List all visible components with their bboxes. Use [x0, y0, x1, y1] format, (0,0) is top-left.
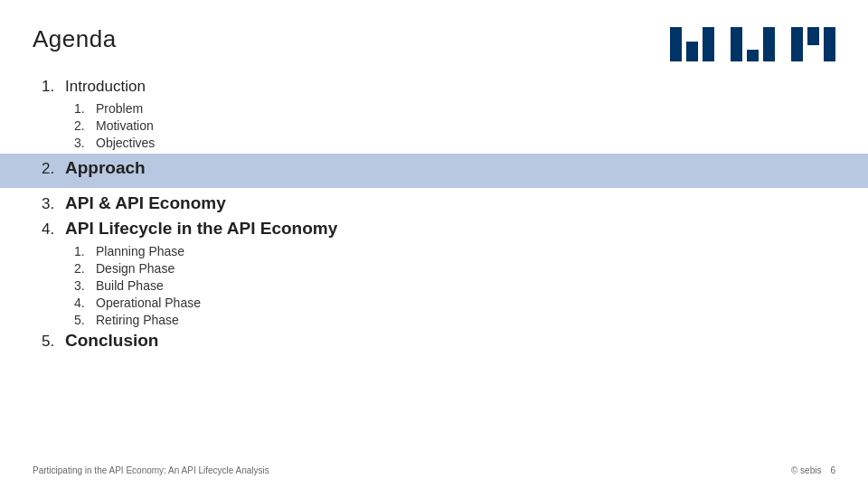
agenda-item-1: 1. Introduction 1. Problem 2. Motivation… — [42, 78, 835, 150]
slide-title: Agenda — [33, 25, 117, 53]
item-1-number: 1. — [42, 78, 60, 96]
item-4-label: API Lifecycle in the API Economy — [65, 219, 337, 239]
item-1-subitems: 1. Problem 2. Motivation 3. Objectives — [74, 101, 835, 150]
item-2-label: Approach — [65, 158, 146, 178]
sub-item-1-2-number: 2. — [74, 118, 90, 133]
item-3-number: 3. — [42, 195, 60, 213]
item-5-number: 5. — [42, 333, 60, 351]
agenda-item-3: 3. API & API Economy — [42, 193, 835, 213]
slide-header: Agenda — [33, 25, 835, 61]
item-4-number: 4. — [42, 221, 60, 239]
item-4-subitems: 1. Planning Phase 2. Design Phase 3. Bui… — [74, 244, 835, 327]
sub-item-1-1: 1. Problem — [74, 101, 835, 116]
slide: Agenda 1. Introduction — [0, 0, 868, 488]
sub-item-1-3: 3. Objectives — [74, 136, 835, 150]
item-1-label: Introduction — [65, 78, 146, 96]
tum-logo-bar3 — [703, 27, 714, 61]
sub-item-4-3: 3. Build Phase — [74, 278, 835, 293]
agenda-item-4: 4. API Lifecycle in the API Economy 1. P… — [42, 219, 835, 327]
tum-logo-bar4 — [731, 27, 742, 61]
tum-logo-bar7 — [791, 27, 803, 61]
sub-item-4-5: 5. Retiring Phase — [74, 313, 835, 327]
item-2-number: 2. — [42, 160, 60, 178]
agenda-item-2-highlighted: 2. Approach — [0, 154, 868, 188]
sub-item-4-5-label: Retiring Phase — [96, 313, 179, 327]
sub-item-4-4: 4. Operational Phase — [74, 296, 835, 310]
sub-item-4-2-label: Design Phase — [96, 261, 175, 276]
slide-footer: Participating in the API Economy: An API… — [33, 465, 835, 475]
sub-item-4-3-label: Build Phase — [96, 278, 164, 293]
sub-item-1-2-label: Motivation — [96, 118, 154, 133]
sub-item-1-1-number: 1. — [74, 101, 90, 116]
footer-citation: Participating in the API Economy: An API… — [33, 465, 269, 475]
footer-page: 6 — [830, 465, 835, 475]
tum-logo-bar9 — [824, 27, 835, 61]
agenda-content: 1. Introduction 1. Problem 2. Motivation… — [33, 78, 835, 351]
sub-item-4-1-label: Planning Phase — [96, 244, 184, 258]
footer-author: © sebis — [791, 465, 822, 475]
tum-logo — [670, 27, 835, 61]
item-5-label: Conclusion — [65, 331, 158, 351]
sub-item-4-2: 2. Design Phase — [74, 261, 835, 276]
sub-item-1-2: 2. Motivation — [74, 118, 835, 133]
tum-logo-bar2 — [686, 42, 698, 61]
tum-logo-bar1 — [670, 27, 682, 61]
sub-item-1-3-number: 3. — [74, 136, 90, 150]
tum-logo-bar8 — [807, 27, 819, 45]
tum-logo-bar6 — [763, 27, 775, 61]
sub-item-4-1: 1. Planning Phase — [74, 244, 835, 258]
sub-item-4-4-label: Operational Phase — [96, 296, 201, 310]
sub-item-1-3-label: Objectives — [96, 136, 155, 150]
sub-item-1-1-label: Problem — [96, 101, 143, 116]
agenda-item-5: 5. Conclusion — [42, 331, 835, 351]
item-3-label: API & API Economy — [65, 193, 226, 213]
tum-logo-bar5 — [747, 50, 759, 61]
footer-right: © sebis 6 — [791, 465, 835, 475]
